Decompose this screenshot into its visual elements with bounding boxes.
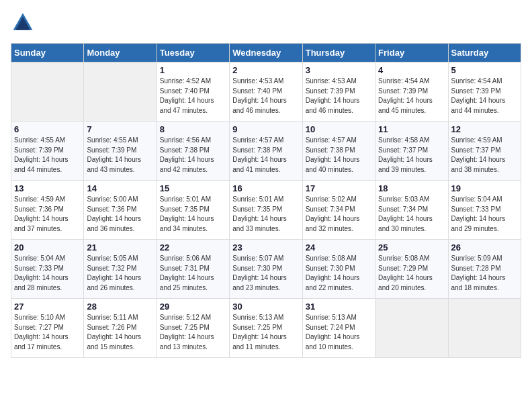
day-number: 9 — [232, 124, 299, 134]
day-number: 27 — [14, 302, 81, 312]
calendar-week-row: 1 Sunrise: 4:52 AMSunset: 7:40 PMDayligh… — [11, 62, 521, 122]
day-number: 10 — [306, 124, 372, 134]
day-detail: Sunrise: 5:13 AMSunset: 7:24 PMDaylight:… — [306, 314, 360, 351]
day-detail: Sunrise: 5:06 AMSunset: 7:31 PMDaylight:… — [160, 255, 214, 291]
weekday-header-tuesday: Tuesday — [157, 44, 229, 62]
weekday-header-monday: Monday — [84, 44, 157, 62]
day-detail: Sunrise: 5:00 AMSunset: 7:36 PMDaylight:… — [87, 195, 141, 232]
calendar-table: SundayMondayTuesdayWednesdayThursdayFrid… — [11, 43, 521, 358]
day-number: 26 — [451, 242, 518, 253]
day-number: 18 — [378, 183, 445, 193]
weekday-header-saturday: Saturday — [448, 44, 521, 62]
calendar-cell: 26 Sunrise: 5:09 AMSunset: 7:28 PMDaylig… — [448, 240, 521, 299]
day-detail: Sunrise: 5:10 AMSunset: 7:27 PMDaylight:… — [14, 314, 69, 351]
day-detail: Sunrise: 5:02 AMSunset: 7:34 PMDaylight:… — [306, 195, 360, 232]
calendar-cell: 18 Sunrise: 5:03 AMSunset: 7:34 PMDaylig… — [375, 181, 448, 240]
day-number: 19 — [451, 183, 518, 193]
day-detail: Sunrise: 4:59 AMSunset: 7:36 PMDaylight:… — [14, 195, 69, 232]
calendar-cell: 16 Sunrise: 5:01 AMSunset: 7:35 PMDaylig… — [230, 181, 302, 240]
calendar-cell — [448, 299, 521, 358]
day-detail: Sunrise: 5:09 AMSunset: 7:28 PMDaylight:… — [451, 255, 506, 291]
day-number: 13 — [14, 183, 81, 193]
day-number: 1 — [160, 65, 226, 75]
calendar-cell: 1 Sunrise: 4:52 AMSunset: 7:40 PMDayligh… — [157, 62, 229, 122]
day-detail: Sunrise: 5:13 AMSunset: 7:25 PMDaylight:… — [232, 314, 287, 351]
day-detail: Sunrise: 4:55 AMSunset: 7:39 PMDaylight:… — [87, 136, 141, 173]
calendar-header: SundayMondayTuesdayWednesdayThursdayFrid… — [11, 44, 521, 62]
day-number: 22 — [160, 242, 226, 253]
day-detail: Sunrise: 4:55 AMSunset: 7:39 PMDaylight:… — [14, 136, 69, 173]
day-detail: Sunrise: 5:11 AMSunset: 7:26 PMDaylight:… — [87, 314, 141, 351]
day-detail: Sunrise: 5:04 AMSunset: 7:33 PMDaylight:… — [14, 255, 69, 291]
day-detail: Sunrise: 5:04 AMSunset: 7:33 PMDaylight:… — [451, 195, 506, 232]
calendar-cell: 17 Sunrise: 5:02 AMSunset: 7:34 PMDaylig… — [302, 181, 375, 240]
calendar-cell: 13 Sunrise: 4:59 AMSunset: 7:36 PMDaylig… — [11, 181, 84, 240]
calendar-cell: 22 Sunrise: 5:06 AMSunset: 7:31 PMDaylig… — [157, 240, 229, 299]
day-detail: Sunrise: 4:59 AMSunset: 7:37 PMDaylight:… — [451, 136, 506, 173]
day-number: 28 — [87, 302, 153, 312]
calendar-cell: 30 Sunrise: 5:13 AMSunset: 7:25 PMDaylig… — [230, 299, 302, 358]
day-number: 7 — [87, 124, 153, 134]
day-detail: Sunrise: 5:08 AMSunset: 7:30 PMDaylight:… — [306, 255, 360, 291]
day-number: 8 — [160, 124, 226, 134]
day-number: 14 — [87, 183, 153, 193]
calendar-week-row: 27 Sunrise: 5:10 AMSunset: 7:27 PMDaylig… — [11, 299, 521, 358]
calendar-cell: 21 Sunrise: 5:05 AMSunset: 7:32 PMDaylig… — [84, 240, 157, 299]
calendar-cell: 4 Sunrise: 4:54 AMSunset: 7:39 PMDayligh… — [375, 62, 448, 122]
day-detail: Sunrise: 5:05 AMSunset: 7:32 PMDaylight:… — [87, 255, 141, 291]
calendar-cell: 7 Sunrise: 4:55 AMSunset: 7:39 PMDayligh… — [84, 122, 157, 181]
weekday-header-sunday: Sunday — [11, 44, 84, 62]
day-detail: Sunrise: 4:57 AMSunset: 7:38 PMDaylight:… — [306, 136, 360, 173]
day-number: 31 — [306, 302, 372, 312]
day-number: 16 — [232, 183, 299, 193]
calendar-cell: 28 Sunrise: 5:11 AMSunset: 7:26 PMDaylig… — [84, 299, 157, 358]
calendar-cell: 15 Sunrise: 5:01 AMSunset: 7:35 PMDaylig… — [157, 181, 229, 240]
calendar-cell: 6 Sunrise: 4:55 AMSunset: 7:39 PMDayligh… — [11, 122, 84, 181]
calendar-cell: 24 Sunrise: 5:08 AMSunset: 7:30 PMDaylig… — [302, 240, 375, 299]
day-number: 6 — [14, 124, 81, 134]
calendar-cell: 23 Sunrise: 5:07 AMSunset: 7:30 PMDaylig… — [230, 240, 302, 299]
day-number: 20 — [14, 242, 81, 253]
day-detail: Sunrise: 5:01 AMSunset: 7:35 PMDaylight:… — [160, 195, 214, 232]
calendar-cell: 10 Sunrise: 4:57 AMSunset: 7:38 PMDaylig… — [302, 122, 375, 181]
weekday-row: SundayMondayTuesdayWednesdayThursdayFrid… — [11, 44, 521, 62]
day-number: 11 — [378, 124, 445, 134]
day-number: 4 — [378, 65, 445, 75]
calendar-body: 1 Sunrise: 4:52 AMSunset: 7:40 PMDayligh… — [11, 62, 521, 358]
logo — [11, 11, 39, 35]
calendar-cell: 8 Sunrise: 4:56 AMSunset: 7:38 PMDayligh… — [157, 122, 229, 181]
calendar-cell: 9 Sunrise: 4:57 AMSunset: 7:38 PMDayligh… — [230, 122, 302, 181]
calendar-cell — [11, 62, 84, 122]
calendar-cell: 19 Sunrise: 5:04 AMSunset: 7:33 PMDaylig… — [448, 181, 521, 240]
day-number: 25 — [378, 242, 445, 253]
day-detail: Sunrise: 4:54 AMSunset: 7:39 PMDaylight:… — [378, 77, 433, 114]
calendar-cell: 2 Sunrise: 4:53 AMSunset: 7:40 PMDayligh… — [230, 62, 302, 122]
day-detail: Sunrise: 4:58 AMSunset: 7:37 PMDaylight:… — [378, 136, 433, 173]
day-detail: Sunrise: 4:56 AMSunset: 7:38 PMDaylight:… — [160, 136, 214, 173]
day-number: 17 — [306, 183, 372, 193]
logo-icon — [11, 11, 35, 35]
calendar-cell: 5 Sunrise: 4:54 AMSunset: 7:39 PMDayligh… — [448, 62, 521, 122]
weekday-header-friday: Friday — [375, 44, 448, 62]
calendar-cell: 29 Sunrise: 5:12 AMSunset: 7:25 PMDaylig… — [157, 299, 229, 358]
day-detail: Sunrise: 5:07 AMSunset: 7:30 PMDaylight:… — [232, 255, 287, 291]
day-number: 24 — [306, 242, 372, 253]
calendar-cell: 11 Sunrise: 4:58 AMSunset: 7:37 PMDaylig… — [375, 122, 448, 181]
calendar-week-row: 20 Sunrise: 5:04 AMSunset: 7:33 PMDaylig… — [11, 240, 521, 299]
day-detail: Sunrise: 4:53 AMSunset: 7:39 PMDaylight:… — [306, 77, 360, 114]
day-number: 3 — [306, 65, 372, 75]
day-number: 23 — [232, 242, 299, 253]
day-detail: Sunrise: 4:53 AMSunset: 7:40 PMDaylight:… — [232, 77, 287, 114]
calendar-cell — [84, 62, 157, 122]
day-number: 29 — [160, 302, 226, 312]
weekday-header-thursday: Thursday — [302, 44, 375, 62]
day-detail: Sunrise: 4:52 AMSunset: 7:40 PMDaylight:… — [160, 77, 214, 114]
day-detail: Sunrise: 5:12 AMSunset: 7:25 PMDaylight:… — [160, 314, 214, 351]
calendar-cell: 12 Sunrise: 4:59 AMSunset: 7:37 PMDaylig… — [448, 122, 521, 181]
day-number: 2 — [232, 65, 299, 75]
day-detail: Sunrise: 5:03 AMSunset: 7:34 PMDaylight:… — [378, 195, 433, 232]
day-number: 30 — [232, 302, 299, 312]
calendar-week-row: 13 Sunrise: 4:59 AMSunset: 7:36 PMDaylig… — [11, 181, 521, 240]
weekday-header-wednesday: Wednesday — [230, 44, 302, 62]
day-detail: Sunrise: 4:57 AMSunset: 7:38 PMDaylight:… — [232, 136, 287, 173]
